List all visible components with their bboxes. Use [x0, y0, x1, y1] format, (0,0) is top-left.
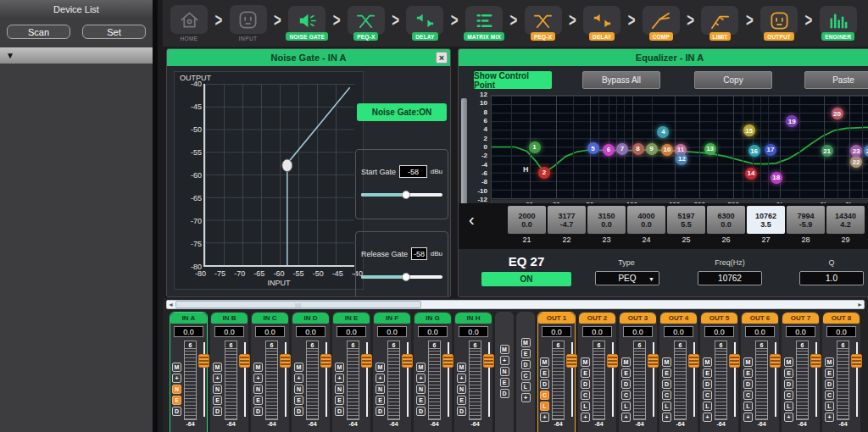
strip-button-e[interactable]: E	[253, 396, 263, 405]
fader-handle[interactable]	[688, 354, 699, 368]
toolbar-item-noise-gate[interactable]: NOISE GATE	[286, 6, 328, 41]
toolbar-item-home[interactable]: HOME	[168, 5, 210, 42]
eq-band-cell[interactable]: 51975.5	[667, 206, 705, 234]
toolbar-item-input[interactable]: INPUT	[227, 5, 270, 42]
eq-band-cell[interactable]: 143404.2	[826, 206, 865, 234]
strip-button-n[interactable]: N	[416, 385, 426, 394]
strip-button-m[interactable]: M	[662, 357, 671, 367]
eq-band-25[interactable]: 51975.525	[667, 206, 705, 244]
strip-button-n[interactable]: N	[500, 367, 509, 376]
fader-handle[interactable]	[280, 354, 291, 368]
channel-gain-value[interactable]: 0.0	[418, 326, 448, 337]
eq-band-26[interactable]: 63000.026	[707, 206, 745, 244]
eq-band-29[interactable]: 143404.229	[826, 206, 865, 244]
strip-button-m[interactable]: M	[703, 357, 712, 367]
strip-button-l[interactable]: L	[621, 402, 631, 411]
strip-button-m[interactable]: M	[253, 363, 263, 372]
eq-control-point-13[interactable]: 13	[704, 143, 716, 155]
strip-button-plus[interactable]: +	[253, 374, 263, 383]
strip-button-d[interactable]: D	[743, 379, 753, 389]
strip-button-l[interactable]: L	[581, 402, 590, 411]
eq-band-24[interactable]: 40000.024	[627, 206, 665, 244]
channel-tab-out-8[interactable]: OUT 8	[823, 313, 860, 324]
strip-button-l[interactable]: L	[784, 402, 793, 411]
strip-button-e[interactable]: E	[500, 378, 509, 387]
fader-handle[interactable]	[566, 354, 577, 368]
channel-gain-value[interactable]: 0.0	[582, 326, 612, 337]
eq-band-cell[interactable]: 20000.0	[508, 206, 546, 234]
toolbar-item-delay[interactable]: DELAY	[403, 6, 446, 41]
eq-control-point-6[interactable]: 6	[603, 144, 615, 156]
strip-button-c[interactable]: C	[703, 390, 712, 400]
strip-button-c[interactable]: C	[825, 390, 834, 400]
fader-handle[interactable]	[729, 354, 740, 368]
strip-button-c[interactable]: C	[662, 390, 671, 400]
equalizer-window-title[interactable]: Equalizer - IN A	[459, 49, 868, 66]
strip-button-m[interactable]: M	[416, 363, 426, 372]
strip-button-d[interactable]: D	[213, 407, 222, 416]
strip-button-plus[interactable]: +	[335, 374, 344, 383]
channel-gain-value[interactable]: 0.0	[214, 326, 244, 337]
strip-button-m[interactable]: M	[294, 363, 303, 372]
channel-tab-in-a[interactable]: IN A	[170, 313, 207, 324]
strip-button-l[interactable]: L	[743, 402, 753, 411]
strip-button-plus[interactable]: +	[581, 413, 590, 422]
strip-button-e[interactable]: E	[376, 396, 385, 405]
eq-control-point-10[interactable]: 10	[661, 144, 673, 156]
strip-button-d[interactable]: D	[784, 379, 793, 389]
strip-button-e[interactable]: E	[172, 396, 181, 405]
strip-button-m[interactable]: M	[335, 363, 344, 372]
strip-button-m[interactable]: M	[213, 363, 222, 372]
toolbar-item-limit[interactable]: LIMIT	[698, 6, 741, 41]
eq-band-cell[interactable]: 63000.0	[707, 206, 745, 234]
fader-handle[interactable]	[648, 354, 659, 368]
fader-handle[interactable]	[361, 354, 372, 368]
strip-button-e[interactable]: E	[521, 349, 531, 358]
toolbar-item-enginer[interactable]: ENGINER	[817, 6, 860, 41]
copy-button[interactable]: Copy	[694, 71, 772, 89]
eq-type-dropdown[interactable]: PEQ ▼	[595, 271, 659, 285]
strip-button-d[interactable]: D	[581, 379, 590, 389]
strip-button-d[interactable]: D	[335, 407, 344, 416]
channel-tab-out-3[interactable]: OUT 3	[620, 313, 656, 324]
strip-button-e[interactable]: E	[335, 396, 344, 405]
strip-button-d[interactable]: D	[253, 407, 263, 416]
eq-band-22[interactable]: 3177-4.722	[548, 206, 586, 244]
eq-band-cell[interactable]: 31500.0	[587, 206, 626, 234]
strip-button-e[interactable]: E	[703, 368, 712, 378]
strip-button-n[interactable]: N	[213, 385, 222, 394]
channel-tab-in-f[interactable]: IN F	[374, 313, 410, 324]
channel-tab-in-b[interactable]: IN B	[211, 313, 248, 324]
strip-button-plus[interactable]: +	[784, 413, 793, 422]
channel-tab-out-1[interactable]: OUT 1	[538, 313, 575, 324]
eq-band-cell[interactable]: 107623.5	[747, 206, 785, 234]
strip-button-d[interactable]: D	[621, 379, 631, 389]
strip-button-c[interactable]: C	[784, 390, 793, 400]
device-list-expander[interactable]: ▼	[0, 47, 153, 64]
strip-button-l[interactable]: L	[825, 402, 834, 411]
strip-button-plus[interactable]: +	[743, 413, 753, 422]
channel-tab-in-h[interactable]: IN H	[455, 313, 492, 324]
channel-gain-value[interactable]: 0.0	[542, 326, 571, 337]
strip-button-e[interactable]: E	[621, 368, 631, 378]
strip-button-m[interactable]: M	[521, 338, 531, 347]
set-button[interactable]: Set	[82, 25, 146, 39]
channel-gain-value[interactable]: 0.0	[664, 326, 693, 337]
fader-handle[interactable]	[402, 354, 413, 368]
eq-control-point-9[interactable]: 9	[646, 143, 658, 155]
toolbar-item-delay[interactable]: DELAY	[581, 6, 623, 41]
fader-handle[interactable]	[851, 354, 862, 368]
channel-tab-in-e[interactable]: IN E	[333, 313, 370, 324]
band-scroll-left-icon[interactable]: ‹	[469, 210, 475, 230]
noise-gate-on-toggle[interactable]: Noise Gate:ON	[357, 103, 447, 121]
eq-control-point-20[interactable]: 20	[832, 108, 843, 119]
channel-gain-value[interactable]: 0.0	[786, 326, 815, 337]
fader-handle[interactable]	[198, 354, 209, 368]
strip-button-e[interactable]: E	[784, 368, 793, 378]
eq-band-23[interactable]: 31500.023	[587, 206, 626, 244]
strip-button-l[interactable]: L	[540, 402, 549, 411]
strip-button-m[interactable]: M	[784, 357, 793, 367]
strip-button-l[interactable]: L	[703, 402, 712, 411]
gate-threshold-handle[interactable]	[282, 159, 292, 172]
scan-button[interactable]: Scan	[7, 25, 70, 39]
